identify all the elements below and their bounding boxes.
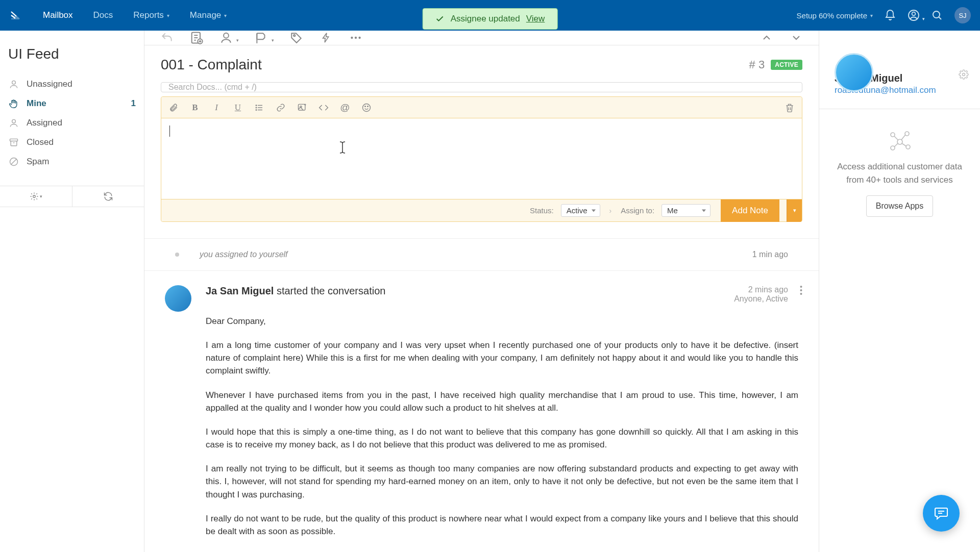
folder-assigned[interactable]: Assigned: [0, 113, 144, 133]
sender-avatar[interactable]: [165, 285, 191, 312]
customer-settings-icon[interactable]: [959, 69, 969, 80]
reply-back-icon[interactable]: [160, 31, 174, 45]
link-icon[interactable]: [276, 103, 286, 113]
message-body: Dear Company, I am a long time customer …: [206, 315, 798, 538]
emoji-icon[interactable]: [361, 103, 372, 113]
image-icon[interactable]: [297, 103, 307, 113]
user-outline-icon: [8, 79, 19, 90]
delete-draft-icon[interactable]: [785, 103, 795, 113]
folder-spam[interactable]: Spam: [0, 152, 144, 171]
message-visibility: Anyone, Active: [734, 294, 788, 304]
toast-view-link[interactable]: View: [526, 14, 545, 24]
svg-point-27: [891, 133, 895, 137]
svg-point-17: [256, 109, 257, 110]
svg-point-1: [912, 12, 916, 16]
nav-reports[interactable]: Reports▾: [123, 0, 180, 31]
bold-icon[interactable]: B: [190, 103, 200, 113]
assign-icon[interactable]: [219, 31, 233, 45]
add-note-button[interactable]: Add Note: [721, 199, 779, 222]
text-caret: [169, 126, 170, 137]
chevron-down-icon: ▾: [793, 207, 796, 214]
feed-title: UI Feed: [0, 31, 144, 74]
editor-footer: Status: Active › Assign to: Me Add Note …: [161, 199, 802, 221]
chevron-down-icon: ▾: [272, 38, 274, 43]
status-label: Status:: [530, 206, 554, 215]
search-docs-input[interactable]: Search Docs... (cmd + /): [161, 82, 802, 92]
hand-icon: [8, 98, 19, 109]
status-change-icon[interactable]: [254, 31, 268, 45]
message-item: Ja San Miguel started the conversation 2…: [144, 271, 819, 552]
svg-point-12: [351, 37, 353, 39]
svg-point-2: [933, 11, 940, 18]
check-icon: [435, 14, 445, 23]
folder-closed[interactable]: Closed: [0, 133, 144, 152]
svg-point-24: [800, 289, 802, 291]
assign-label: Assign to:: [621, 206, 654, 215]
add-note-dropdown[interactable]: ▾: [787, 199, 802, 222]
nav-manage[interactable]: Manage▾: [180, 0, 237, 31]
nav-mailbox[interactable]: Mailbox: [33, 0, 83, 31]
note-editor: B I U @ Status: Active › Assign to:: [161, 96, 802, 222]
collapse-down-icon[interactable]: [789, 31, 803, 45]
svg-point-26: [963, 73, 965, 76]
svg-rect-5: [10, 139, 18, 141]
help-beacon-button[interactable]: [923, 495, 960, 532]
conversation-panel: ▾ ▾ 001 - Complaint # 3 ACTIVE Search Do…: [144, 31, 819, 552]
ticket-number: # 3: [749, 58, 765, 71]
conversation-toolbar: ▾ ▾: [144, 31, 819, 45]
collapse-up-icon[interactable]: [760, 31, 774, 45]
svg-point-16: [256, 107, 257, 108]
message-menu-icon[interactable]: [800, 285, 802, 295]
mention-icon[interactable]: @: [340, 103, 350, 113]
activity-dot-icon: [175, 253, 179, 257]
editor-toolbar: B I U @: [161, 97, 802, 118]
chevron-down-icon: ▾: [870, 13, 873, 18]
sidebar-refresh-button[interactable]: [72, 186, 144, 207]
chevron-right-icon: ›: [607, 207, 614, 215]
note-icon[interactable]: [189, 31, 204, 45]
sidebar-settings-button[interactable]: ▾: [0, 186, 72, 207]
underline-icon[interactable]: U: [233, 103, 243, 113]
status-select[interactable]: Active: [561, 204, 600, 217]
activity-log-row: you assigned to yourself 1 min ago: [144, 238, 819, 271]
message-from: Ja San Miguel started the conversation: [206, 285, 385, 297]
folder-mine[interactable]: Mine 1: [0, 94, 144, 113]
svg-point-4: [12, 119, 16, 123]
activity-text: you assigned to yourself: [200, 250, 288, 259]
customer-panel: Ja San Miguel roastedtuna@hotmail.com Ac…: [819, 31, 980, 552]
assign-select[interactable]: Me: [662, 204, 710, 217]
status-badge: ACTIVE: [771, 60, 802, 70]
nav-docs[interactable]: Docs: [83, 0, 124, 31]
code-icon[interactable]: [318, 103, 329, 113]
notifications-icon[interactable]: [884, 9, 896, 21]
svg-point-25: [800, 293, 802, 295]
svg-point-10: [224, 33, 229, 38]
folder-unassigned[interactable]: Unassigned: [0, 74, 144, 94]
user-avatar[interactable]: SJ: [954, 7, 971, 23]
conversation-title: 001 - Complaint: [161, 57, 262, 73]
integrations-text: Access additional customer data from 40+…: [835, 160, 965, 186]
app-logo-icon[interactable]: [9, 9, 21, 21]
svg-point-20: [363, 104, 371, 111]
svg-point-14: [358, 37, 360, 39]
attachment-icon[interactable]: [168, 103, 179, 113]
italic-icon[interactable]: I: [211, 103, 222, 113]
tag-icon[interactable]: [289, 31, 304, 45]
workflow-icon[interactable]: [319, 31, 333, 45]
message-time: 2 mins ago: [734, 285, 788, 294]
svg-point-22: [368, 106, 369, 107]
gear-icon: [30, 192, 39, 201]
chevron-down-icon: ▾: [224, 13, 227, 18]
search-icon[interactable]: [931, 9, 943, 21]
browse-apps-button[interactable]: Browse Apps: [866, 195, 933, 217]
toast-message: Assignee updated: [451, 14, 520, 24]
list-icon[interactable]: [254, 103, 264, 113]
more-options-icon[interactable]: [349, 31, 363, 45]
editor-textarea[interactable]: [161, 118, 802, 199]
setup-progress[interactable]: Setup 60% complete▾: [797, 11, 873, 20]
user-icon: [8, 117, 19, 129]
customer-avatar[interactable]: [835, 53, 873, 92]
svg-point-23: [800, 286, 802, 288]
archive-icon: [8, 137, 19, 148]
account-icon[interactable]: ▾: [908, 9, 920, 21]
